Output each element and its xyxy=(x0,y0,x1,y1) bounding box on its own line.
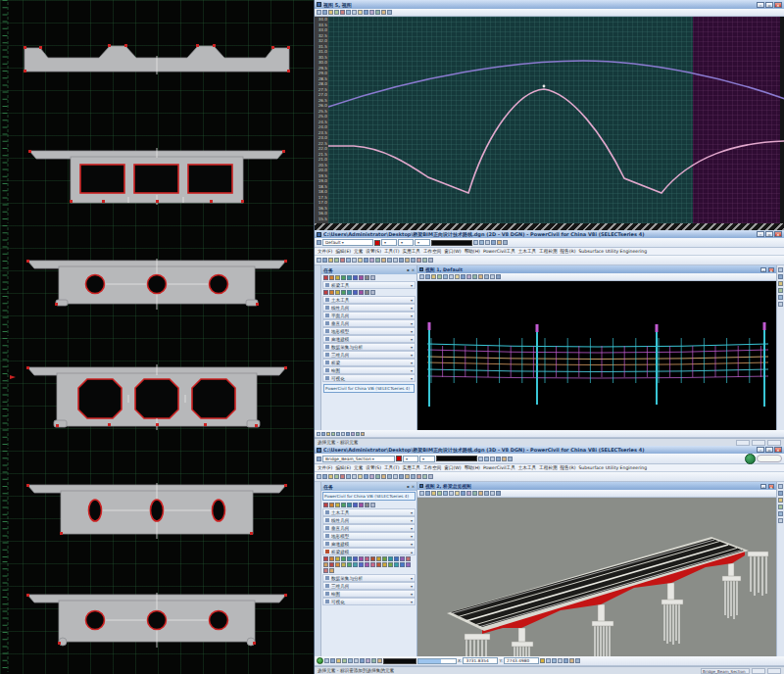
task-section-bar[interactable]: 线性几何 ▾ xyxy=(322,304,416,312)
view-tool-icon[interactable] xyxy=(466,274,471,279)
main-tool-icon[interactable] xyxy=(317,474,321,479)
menu-item[interactable]: Subsurface Utility Engineering xyxy=(578,249,647,254)
main-tool-icon[interactable] xyxy=(375,474,380,479)
main-tool-icon[interactable] xyxy=(411,474,416,479)
task-tool-icon[interactable] xyxy=(359,503,364,507)
y-coord-field[interactable]: 2743.4980 xyxy=(504,657,539,664)
task-section-bar[interactable]: 廊道建模 ▾ xyxy=(322,335,416,343)
menu-item[interactable]: 工程检测 xyxy=(539,465,557,470)
accudraw-icon[interactable] xyxy=(361,432,365,436)
main-tool-icon[interactable] xyxy=(334,258,339,263)
view-tool-icon[interactable] xyxy=(443,274,448,279)
bridge-tool-icon[interactable] xyxy=(382,562,387,567)
bridge-tool-icon[interactable] xyxy=(329,562,334,567)
bridge-tool-icon[interactable] xyxy=(359,556,364,561)
close-button[interactable]: × xyxy=(774,231,782,237)
dock-tool-icon[interactable] xyxy=(778,484,783,489)
line-weight-combo[interactable]: ▾ xyxy=(419,456,435,462)
bridge-tool-icon[interactable] xyxy=(359,562,364,567)
task-section-bar[interactable]: 数据采集与分析 ▾ xyxy=(322,343,416,351)
accudraw-tool-icon[interactable] xyxy=(552,658,557,663)
accudraw-tool-icon[interactable] xyxy=(330,658,335,663)
main-tool-icon[interactable] xyxy=(322,474,327,479)
attr-tool-icon[interactable] xyxy=(508,457,513,461)
snap-mode-combo[interactable] xyxy=(383,658,416,664)
menu-item[interactable]: 编辑(E) xyxy=(335,465,351,470)
attr-tool-icon[interactable] xyxy=(473,240,478,245)
attr-tool-icon[interactable] xyxy=(490,457,495,461)
task-section-bar[interactable]: 可视化 ▾ xyxy=(322,598,416,605)
plot-background[interactable] xyxy=(328,17,784,223)
accudraw-icon[interactable] xyxy=(341,432,345,436)
main-tool-icon[interactable] xyxy=(369,474,374,479)
subgroup-tool-icon[interactable] xyxy=(329,290,334,295)
view-tool-icon[interactable] xyxy=(334,10,339,15)
accudraw-tool-icon[interactable] xyxy=(360,658,365,663)
task-section-bar[interactable]: 三维几何 ▾ xyxy=(322,351,416,359)
main-tool-icon[interactable] xyxy=(340,258,345,263)
restore-button[interactable]: ▫ xyxy=(765,2,773,8)
bridge-tool-icon[interactable] xyxy=(365,562,369,567)
main-tool-icon[interactable] xyxy=(328,258,333,263)
subgroup-tool-icon[interactable] xyxy=(359,290,364,295)
task-tool-icon[interactable] xyxy=(370,503,375,507)
main-tool-icon[interactable] xyxy=(428,474,433,479)
task-tool-icon[interactable] xyxy=(341,503,346,507)
task-tool-icon[interactable] xyxy=(359,275,364,280)
view-tool-icon[interactable] xyxy=(449,491,454,496)
restore-button[interactable]: ▫ xyxy=(765,231,773,237)
attr-tool-icon[interactable] xyxy=(503,240,508,245)
accudraw-icon[interactable] xyxy=(346,432,350,436)
menu-item[interactable]: 工作空间 xyxy=(423,249,441,254)
menu-item[interactable]: 窗口(W) xyxy=(444,249,461,254)
view-tool-icon[interactable] xyxy=(340,10,345,15)
subgroup-tool-icon[interactable] xyxy=(370,290,375,295)
menu-item[interactable]: PowerCivil工具 xyxy=(483,249,515,254)
dock-tool-icon[interactable] xyxy=(778,498,783,503)
wireframe-viewport[interactable] xyxy=(417,281,776,430)
task-section-bar[interactable]: 地形模型 ▾ xyxy=(322,327,416,335)
menu-item[interactable]: 设置(S) xyxy=(366,249,381,254)
view-tool-icon[interactable] xyxy=(387,10,392,15)
task-tool-icon[interactable] xyxy=(353,503,358,507)
main-tool-icon[interactable] xyxy=(375,258,380,263)
menu-item[interactable]: PowerCivil工具 xyxy=(483,465,515,470)
bridge-tool-icon[interactable] xyxy=(365,556,369,561)
lock-icon[interactable] xyxy=(540,658,545,663)
menu-item[interactable]: 帮助(H) xyxy=(465,249,480,254)
task-section-bar[interactable]: 桥梁 ▾ xyxy=(322,359,416,366)
accudraw-tool-icon[interactable] xyxy=(377,658,382,663)
view-tool-icon[interactable] xyxy=(431,274,436,279)
main-tool-icon[interactable] xyxy=(352,474,357,479)
bridge-tool-icon[interactable] xyxy=(376,556,381,561)
accudraw-tool-icon[interactable] xyxy=(324,658,329,663)
view-tool-icon[interactable] xyxy=(455,274,460,279)
view-close-button[interactable]: × xyxy=(768,267,774,272)
task-subgroup-bar[interactable]: 桥梁工具 ▾ xyxy=(322,281,416,289)
menu-item[interactable]: 工程检测 xyxy=(539,249,557,254)
close-button[interactable]: × xyxy=(774,447,782,453)
task-section-bar[interactable]: 三维几何 ▾ xyxy=(322,582,416,590)
view-close-button[interactable]: × xyxy=(768,484,774,489)
attr-tool-icon[interactable] xyxy=(496,457,501,461)
task-tool-icon[interactable] xyxy=(353,275,358,280)
task-section-bar[interactable]: 土木工具 ▾ xyxy=(322,296,416,304)
accudraw-icon[interactable] xyxy=(321,432,325,436)
attr-tool-icon[interactable] xyxy=(497,240,502,245)
subgroup-tool-icon[interactable] xyxy=(335,290,340,295)
active-element-icon[interactable] xyxy=(317,457,321,461)
attr-tool-icon[interactable] xyxy=(479,240,484,245)
main-tool-icon[interactable] xyxy=(328,474,333,479)
main-tool-icon[interactable] xyxy=(399,474,404,479)
accudraw-tool-icon[interactable] xyxy=(342,658,347,663)
menu-item[interactable]: 工具(T) xyxy=(384,465,400,470)
accudraw-tool-icon[interactable] xyxy=(371,658,376,663)
accudraw-tool-icon[interactable] xyxy=(575,658,580,663)
menu-item[interactable]: 文件(F) xyxy=(318,249,332,254)
rendered-3d-viewport[interactable] xyxy=(417,498,776,656)
subgroup-tool-icon[interactable] xyxy=(347,290,352,295)
close-icon[interactable]: × xyxy=(412,484,415,489)
main-tool-icon[interactable] xyxy=(416,258,421,263)
dock-tool-icon[interactable] xyxy=(778,518,783,523)
menu-item[interactable]: 报告(R) xyxy=(560,465,575,470)
